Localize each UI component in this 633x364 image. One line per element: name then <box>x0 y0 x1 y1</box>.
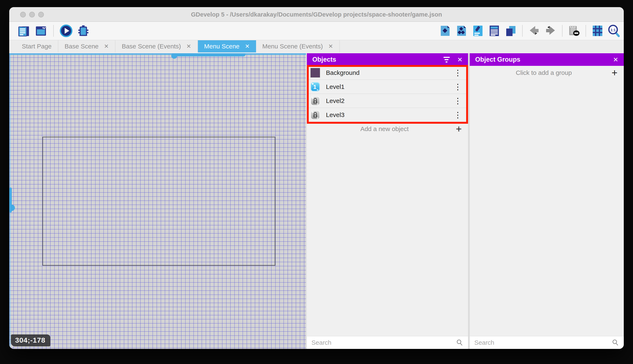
toolbar-separator <box>522 25 523 37</box>
close-tab-icon[interactable]: ✕ <box>245 43 250 50</box>
add-new-object-label: Add a new object <box>313 126 456 132</box>
preview-window-icon[interactable] <box>35 24 48 37</box>
plus-icon[interactable]: + <box>611 68 617 78</box>
lock-icon <box>310 96 320 106</box>
grid-icon[interactable] <box>591 24 604 37</box>
close-tab-icon[interactable]: ✕ <box>104 43 109 50</box>
tab-base-scene-events[interactable]: Base Scene (Events) ✕ <box>115 40 198 52</box>
object-groups-panel: Object Groups ✕ Click to add a group + <box>470 53 624 349</box>
close-tab-icon[interactable]: ✕ <box>328 43 333 50</box>
object-menu-icon[interactable]: ⋮ <box>454 83 462 91</box>
filter-icon[interactable] <box>444 57 450 62</box>
panel-divider[interactable] <box>468 53 470 349</box>
objects-search-input[interactable] <box>311 339 456 346</box>
object-name: Level3 <box>326 111 454 118</box>
object-groups-panel-title: Object Groups <box>475 56 520 63</box>
undo-icon[interactable] <box>528 24 541 37</box>
close-tab-icon[interactable]: ✕ <box>186 43 191 50</box>
project-manager-icon[interactable] <box>17 24 30 37</box>
toolbar-separator <box>562 25 562 37</box>
cursor-coordinates-badge: 304;-178 <box>11 334 50 346</box>
tab-bar: Start Page Base Scene ✕ Base Scene (Even… <box>9 40 624 52</box>
scene-window-frame <box>42 137 275 266</box>
toolbar-separator <box>53 25 54 37</box>
title-bar: GDevelop 5 - /Users/dkarakay/Documents/G… <box>9 7 624 22</box>
level1-button-icon: 1 <box>310 82 320 92</box>
add-group-button[interactable]: Click to add a group + <box>470 66 624 80</box>
groups-search-bar <box>470 336 624 349</box>
tab-base-scene[interactable]: Base Scene ✕ <box>58 40 115 52</box>
lock-icon <box>310 110 320 120</box>
properties-icon[interactable] <box>471 24 484 37</box>
object-name: Level2 <box>326 97 454 104</box>
render-mask-disabled-icon[interactable] <box>567 24 580 37</box>
object-menu-icon[interactable]: ⋮ <box>454 97 462 105</box>
object-groups-editor-icon[interactable] <box>455 24 468 37</box>
object-menu-icon[interactable]: ⋮ <box>454 69 462 77</box>
vertical-scrollbar-knob[interactable] <box>9 205 15 211</box>
tab-start-page[interactable]: Start Page <box>16 40 58 52</box>
layers-icon[interactable] <box>504 24 517 37</box>
add-new-object-button[interactable]: Add a new object + <box>307 122 468 136</box>
horizontal-scrollbar-thumb[interactable] <box>174 53 245 56</box>
object-name: Level1 <box>326 83 454 90</box>
objects-panel-title: Objects <box>312 56 336 63</box>
close-panel-icon[interactable]: ✕ <box>457 56 463 63</box>
search-icon[interactable] <box>456 339 463 346</box>
vertical-scrollbar[interactable] <box>9 53 11 349</box>
objects-panel: Objects ✕ Background ⋮ <box>307 53 468 349</box>
tab-menu-scene[interactable]: Menu Scene ✕ <box>198 40 256 52</box>
plus-icon[interactable]: + <box>456 124 462 134</box>
object-row-background[interactable]: Background ⋮ <box>307 66 468 80</box>
tab-menu-scene-events[interactable]: Menu Scene (Events) ✕ <box>256 40 340 52</box>
window-title: GDevelop 5 - /Users/dkarakay/Documents/G… <box>9 7 624 22</box>
objects-panel-header: Objects ✕ <box>307 53 468 66</box>
horizontal-scrollbar-knob[interactable] <box>171 53 177 59</box>
object-row-level1[interactable]: 1 Level1 ⋮ <box>307 80 468 94</box>
groups-search-input[interactable] <box>474 339 611 346</box>
instances-list-icon[interactable] <box>488 24 501 37</box>
debug-icon[interactable] <box>77 24 90 37</box>
search-icon[interactable] <box>611 339 619 346</box>
object-name: Background <box>326 69 454 76</box>
color-swatch-icon <box>310 68 320 78</box>
object-row-level3[interactable]: Level3 ⋮ <box>307 108 468 122</box>
scene-canvas[interactable]: 304;-178 <box>9 53 306 349</box>
add-group-label: Click to add a group <box>476 69 611 76</box>
gdevelop-window: GDevelop 5 - /Users/dkarakay/Documents/G… <box>9 7 624 349</box>
main-area: 304;-178 Objects ✕ Background ⋮ <box>9 53 624 349</box>
object-menu-icon[interactable]: ⋮ <box>454 111 462 119</box>
close-panel-icon[interactable]: ✕ <box>613 56 618 63</box>
objects-search-bar <box>307 336 468 349</box>
objects-editor-icon[interactable] <box>439 24 452 37</box>
redo-icon[interactable] <box>544 24 557 37</box>
object-row-level2[interactable]: Level2 ⋮ <box>307 94 468 108</box>
zoom-1-1-icon[interactable]: 1:1 <box>607 24 620 37</box>
toolbar-separator <box>585 25 586 37</box>
horizontal-scrollbar[interactable] <box>9 53 306 55</box>
svg-text:1:1: 1:1 <box>610 28 616 32</box>
play-preview-icon[interactable] <box>60 24 73 37</box>
svg-text:1: 1 <box>313 84 316 90</box>
object-groups-panel-header: Object Groups ✕ <box>470 53 624 66</box>
toolbar: 1:1 <box>9 22 624 40</box>
